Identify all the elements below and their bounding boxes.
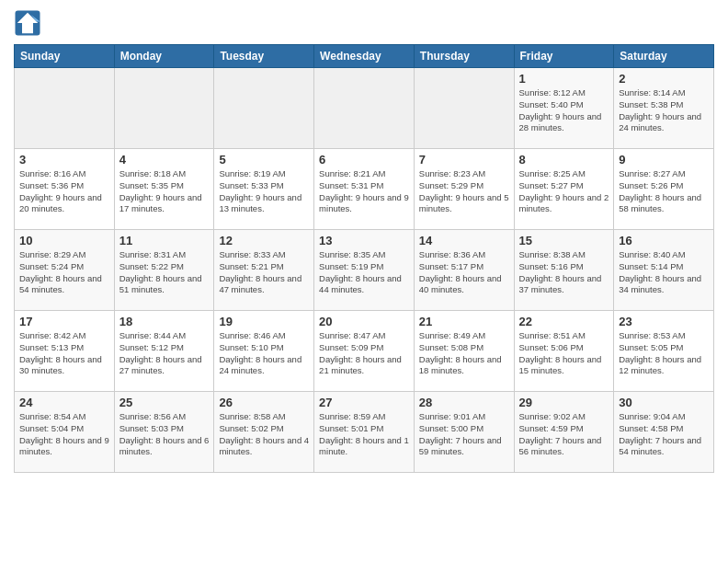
calendar-cell: 19Sunrise: 8:46 AM Sunset: 5:10 PM Dayli… (214, 311, 314, 392)
day-number: 29 (519, 396, 609, 409)
calendar-cell (414, 68, 514, 149)
calendar-cell: 18Sunrise: 8:44 AM Sunset: 5:12 PM Dayli… (114, 311, 214, 392)
calendar-cell: 9Sunrise: 8:27 AM Sunset: 5:26 PM Daylig… (614, 149, 714, 230)
calendar-cell: 4Sunrise: 8:18 AM Sunset: 5:35 PM Daylig… (114, 149, 214, 230)
logo (14, 9, 45, 37)
calendar-cell: 25Sunrise: 8:56 AM Sunset: 5:03 PM Dayli… (114, 392, 214, 473)
calendar: SundayMondayTuesdayWednesdayThursdayFrid… (14, 44, 714, 473)
weekday-header-tuesday: Tuesday (214, 45, 314, 68)
day-number: 5 (219, 153, 309, 167)
day-number: 22 (519, 315, 609, 328)
weekday-header-wednesday: Wednesday (314, 45, 415, 68)
calendar-cell: 2Sunrise: 8:14 AM Sunset: 5:38 PM Daylig… (614, 68, 714, 149)
calendar-cell: 28Sunrise: 9:01 AM Sunset: 5:00 PM Dayli… (414, 392, 514, 473)
calendar-cell: 13Sunrise: 8:35 AM Sunset: 5:19 PM Dayli… (314, 230, 415, 311)
day-number: 12 (219, 234, 309, 247)
day-info: Sunrise: 8:47 AM Sunset: 5:09 PM Dayligh… (319, 330, 409, 377)
day-info: Sunrise: 8:38 AM Sunset: 5:16 PM Dayligh… (519, 249, 609, 296)
day-number: 4 (119, 153, 210, 167)
day-info: Sunrise: 8:18 AM Sunset: 5:35 PM Dayligh… (119, 168, 210, 215)
day-info: Sunrise: 9:01 AM Sunset: 5:00 PM Dayligh… (419, 411, 509, 458)
day-info: Sunrise: 8:25 AM Sunset: 5:27 PM Dayligh… (519, 168, 609, 215)
calendar-cell: 5Sunrise: 8:19 AM Sunset: 5:33 PM Daylig… (214, 149, 314, 230)
day-info: Sunrise: 8:56 AM Sunset: 5:03 PM Dayligh… (119, 411, 210, 458)
day-info: Sunrise: 8:46 AM Sunset: 5:10 PM Dayligh… (219, 330, 309, 377)
day-number: 21 (419, 315, 509, 328)
calendar-cell (15, 68, 115, 149)
day-number: 15 (519, 234, 609, 247)
day-number: 24 (19, 396, 109, 409)
weekday-header-monday: Monday (114, 45, 214, 68)
calendar-cell: 12Sunrise: 8:33 AM Sunset: 5:21 PM Dayli… (214, 230, 314, 311)
day-info: Sunrise: 8:42 AM Sunset: 5:13 PM Dayligh… (19, 330, 109, 377)
calendar-cell (314, 68, 415, 149)
day-info: Sunrise: 8:27 AM Sunset: 5:26 PM Dayligh… (619, 168, 709, 215)
weekday-header-thursday: Thursday (414, 45, 514, 68)
calendar-cell: 8Sunrise: 8:25 AM Sunset: 5:27 PM Daylig… (514, 149, 614, 230)
calendar-cell: 3Sunrise: 8:16 AM Sunset: 5:36 PM Daylig… (15, 149, 115, 230)
day-info: Sunrise: 8:40 AM Sunset: 5:14 PM Dayligh… (619, 249, 709, 296)
day-info: Sunrise: 8:35 AM Sunset: 5:19 PM Dayligh… (319, 249, 409, 296)
day-number: 3 (19, 153, 109, 167)
calendar-cell (214, 68, 314, 149)
weekday-header-friday: Friday (514, 45, 614, 68)
day-info: Sunrise: 8:21 AM Sunset: 5:31 PM Dayligh… (319, 168, 409, 215)
day-number: 23 (619, 315, 709, 328)
day-info: Sunrise: 8:33 AM Sunset: 5:21 PM Dayligh… (219, 249, 309, 296)
calendar-cell: 26Sunrise: 8:58 AM Sunset: 5:02 PM Dayli… (214, 392, 314, 473)
day-info: Sunrise: 8:49 AM Sunset: 5:08 PM Dayligh… (419, 330, 509, 377)
calendar-cell: 21Sunrise: 8:49 AM Sunset: 5:08 PM Dayli… (414, 311, 514, 392)
day-info: Sunrise: 8:14 AM Sunset: 5:38 PM Dayligh… (619, 87, 709, 134)
day-info: Sunrise: 8:12 AM Sunset: 5:40 PM Dayligh… (519, 87, 609, 134)
calendar-cell: 29Sunrise: 9:02 AM Sunset: 4:59 PM Dayli… (514, 392, 614, 473)
calendar-cell: 1Sunrise: 8:12 AM Sunset: 5:40 PM Daylig… (514, 68, 614, 149)
calendar-cell: 24Sunrise: 8:54 AM Sunset: 5:04 PM Dayli… (15, 392, 115, 473)
day-info: Sunrise: 8:44 AM Sunset: 5:12 PM Dayligh… (119, 330, 210, 377)
day-number: 18 (119, 315, 210, 328)
day-info: Sunrise: 8:51 AM Sunset: 5:06 PM Dayligh… (519, 330, 609, 377)
calendar-cell: 23Sunrise: 8:53 AM Sunset: 5:05 PM Dayli… (614, 311, 714, 392)
weekday-header-sunday: Sunday (15, 45, 115, 68)
calendar-cell: 20Sunrise: 8:47 AM Sunset: 5:09 PM Dayli… (314, 311, 415, 392)
calendar-cell: 6Sunrise: 8:21 AM Sunset: 5:31 PM Daylig… (314, 149, 415, 230)
calendar-cell: 11Sunrise: 8:31 AM Sunset: 5:22 PM Dayli… (114, 230, 214, 311)
day-number: 14 (419, 234, 509, 247)
day-number: 10 (19, 234, 109, 247)
day-info: Sunrise: 8:59 AM Sunset: 5:01 PM Dayligh… (319, 411, 409, 458)
day-info: Sunrise: 8:53 AM Sunset: 5:05 PM Dayligh… (619, 330, 709, 377)
calendar-cell: 22Sunrise: 8:51 AM Sunset: 5:06 PM Dayli… (514, 311, 614, 392)
day-number: 7 (419, 153, 509, 167)
calendar-cell: 27Sunrise: 8:59 AM Sunset: 5:01 PM Dayli… (314, 392, 415, 473)
weekday-header-saturday: Saturday (614, 45, 714, 68)
day-number: 17 (19, 315, 109, 328)
day-info: Sunrise: 8:29 AM Sunset: 5:24 PM Dayligh… (19, 249, 109, 296)
day-number: 25 (119, 396, 210, 409)
day-number: 1 (519, 72, 609, 86)
logo-icon (14, 9, 41, 37)
calendar-cell: 7Sunrise: 8:23 AM Sunset: 5:29 PM Daylig… (414, 149, 514, 230)
day-number: 27 (319, 396, 409, 409)
day-info: Sunrise: 9:02 AM Sunset: 4:59 PM Dayligh… (519, 411, 609, 458)
day-number: 26 (219, 396, 309, 409)
calendar-cell: 16Sunrise: 8:40 AM Sunset: 5:14 PM Dayli… (614, 230, 714, 311)
calendar-cell: 14Sunrise: 8:36 AM Sunset: 5:17 PM Dayli… (414, 230, 514, 311)
day-number: 6 (319, 153, 409, 167)
calendar-cell: 15Sunrise: 8:38 AM Sunset: 5:16 PM Dayli… (514, 230, 614, 311)
day-number: 28 (419, 396, 509, 409)
day-info: Sunrise: 8:31 AM Sunset: 5:22 PM Dayligh… (119, 249, 210, 296)
day-info: Sunrise: 8:16 AM Sunset: 5:36 PM Dayligh… (19, 168, 109, 215)
day-number: 9 (619, 153, 709, 167)
day-number: 19 (219, 315, 309, 328)
day-info: Sunrise: 8:23 AM Sunset: 5:29 PM Dayligh… (419, 168, 509, 215)
day-number: 11 (119, 234, 210, 247)
day-number: 13 (319, 234, 409, 247)
calendar-cell (114, 68, 214, 149)
day-number: 8 (519, 153, 609, 167)
day-info: Sunrise: 8:58 AM Sunset: 5:02 PM Dayligh… (219, 411, 309, 458)
calendar-cell: 30Sunrise: 9:04 AM Sunset: 4:58 PM Dayli… (614, 392, 714, 473)
calendar-cell: 10Sunrise: 8:29 AM Sunset: 5:24 PM Dayli… (15, 230, 115, 311)
day-info: Sunrise: 9:04 AM Sunset: 4:58 PM Dayligh… (619, 411, 709, 458)
calendar-cell: 17Sunrise: 8:42 AM Sunset: 5:13 PM Dayli… (15, 311, 115, 392)
day-number: 2 (619, 72, 709, 86)
day-number: 30 (619, 396, 709, 409)
